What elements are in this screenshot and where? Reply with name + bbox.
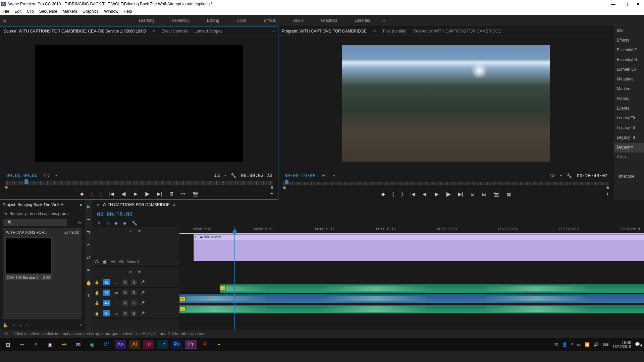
lock-icon[interactable]: 🔒: [94, 311, 100, 316]
ws-graphics[interactable]: Graphics: [312, 18, 346, 23]
premiere-icon[interactable]: Pr: [185, 340, 197, 349]
sync-lock-icon[interactable]: ▭: [128, 229, 133, 233]
timeline-settings-icon[interactable]: 🔧: [132, 221, 137, 226]
button-editor-icon[interactable]: +: [606, 191, 609, 197]
ws-effects[interactable]: Effects: [255, 18, 284, 23]
sync-lock-icon[interactable]: ▭: [114, 280, 119, 285]
razor-tool-icon[interactable]: ✂: [85, 241, 92, 248]
menu-markers[interactable]: Markers: [63, 9, 77, 14]
sync-lock-icon[interactable]: ▭: [114, 291, 119, 295]
panel-metadata[interactable]: Metadata: [614, 75, 644, 84]
menu-file[interactable]: File: [3, 9, 9, 14]
solo-button[interactable]: S: [131, 311, 137, 316]
toggle-output-icon[interactable]: 👁: [137, 229, 142, 233]
panel-legacy-title-2[interactable]: Legacy Tit: [614, 123, 644, 133]
tab-source[interactable]: Source: WITH CAPTIONS FOR CAMBRIDGE: CEA…: [4, 29, 146, 34]
source-timecode-in[interactable]: 00:00:00:06: [6, 173, 38, 178]
panel-essential-graphics[interactable]: Essential G: [614, 46, 644, 55]
close-tab-icon[interactable]: ×: [97, 202, 99, 207]
panel-blank[interactable]: [614, 162, 644, 172]
settings-icon[interactable]: 🔧: [231, 173, 236, 178]
program-zoom[interactable]: Fit: [320, 173, 329, 178]
explorer-icon[interactable]: 🗁: [58, 340, 70, 349]
source-monitor[interactable]: [0, 36, 278, 171]
ws-color[interactable]: Color: [228, 18, 255, 23]
menu-sequence[interactable]: Sequence: [39, 9, 57, 14]
step-back-icon[interactable]: ◀|: [121, 191, 126, 196]
mail-icon[interactable]: ✉: [72, 340, 84, 349]
tab-program[interactable]: Program: WITH CAPTIONS FOR CAMBRIDGE: [282, 29, 367, 34]
audio-clip-a1[interactable]: fx: [220, 284, 644, 293]
tab-effect-controls[interactable]: Effect Controls: [161, 29, 187, 34]
track-header-v1[interactable]: V1 🔒 V6 VS Video 5: [92, 256, 179, 267]
go-to-out-icon[interactable]: ▶|: [458, 191, 463, 197]
indesign-icon[interactable]: Id: [143, 340, 154, 349]
settings-icon[interactable]: 🔧: [567, 173, 572, 178]
sequence-name[interactable]: WITH CAPTIONS FOR CAMBRIDGE: [103, 202, 170, 207]
source-tab-menu-icon[interactable]: ≡: [152, 29, 155, 34]
panel-markers[interactable]: Markers: [614, 84, 644, 94]
lift-icon[interactable]: ⊟: [471, 191, 475, 197]
people-icon[interactable]: 👤: [562, 342, 567, 347]
panel-legacy-title-1[interactable]: Legacy Tit: [614, 114, 644, 123]
ws-editing[interactable]: Editing: [198, 18, 228, 23]
tray-expand-icon[interactable]: ^: [571, 342, 573, 347]
track-header-v-gap[interactable]: ▭ 👁: [92, 267, 179, 277]
mute-button[interactable]: M: [122, 311, 128, 316]
timeline-playhead[interactable]: [234, 227, 235, 330]
mute-button[interactable]: M: [122, 300, 128, 306]
type-tool-icon[interactable]: T: [85, 292, 92, 299]
timeline-ruler[interactable]: 00:00:19:00 00:00:19:06 00:00:19:12 00:0…: [179, 227, 644, 234]
panel-legacy-active[interactable]: Legacy ≡: [614, 143, 644, 153]
sticky-notes-icon[interactable]: ▪: [213, 340, 225, 349]
track-header-a3[interactable]: 🔒 A3 ▭ M S 🎤: [92, 298, 179, 308]
go-to-in-icon[interactable]: |◀: [109, 191, 114, 196]
lock-icon[interactable]: 🔒: [94, 291, 100, 295]
chevron-down-icon[interactable]: ▾: [333, 174, 335, 178]
sync-lock-icon[interactable]: ▭: [114, 301, 119, 305]
menu-edit[interactable]: Edit: [14, 9, 21, 14]
lock-icon[interactable]: 🔒: [94, 301, 100, 305]
voice-over-icon[interactable]: 🎤: [140, 311, 145, 316]
ws-libraries[interactable]: Libraries: [346, 18, 379, 23]
bin-item[interactable]: CEA-708 Service 12:23: [5, 237, 52, 280]
solo-button[interactable]: S: [131, 290, 137, 295]
panel-effects[interactable]: Effects: [614, 36, 644, 46]
chevron-down-icon[interactable]: ▾: [560, 174, 562, 178]
track-header-a1[interactable]: 🔒 A1 ▭ M S 🎤: [92, 277, 179, 288]
lock-icon[interactable]: 🔒: [94, 280, 100, 285]
source-resolution[interactable]: 1/2: [214, 173, 220, 178]
marker-icon[interactable]: ◆: [381, 191, 385, 197]
sync-lock-icon[interactable]: ▭: [114, 311, 119, 316]
extract-icon[interactable]: ⊞: [482, 191, 486, 197]
volume-icon[interactable]: 🔊: [594, 342, 599, 347]
toggle-output-icon[interactable]: 👁: [137, 270, 142, 274]
voice-over-icon[interactable]: 🎤: [140, 280, 145, 285]
task-view-icon[interactable]: ▭: [16, 340, 28, 349]
solo-button[interactable]: S: [131, 300, 137, 306]
sync-lock-icon[interactable]: ▭: [128, 270, 133, 274]
wifi-icon[interactable]: 📶: [585, 342, 590, 347]
panel-events[interactable]: Events: [614, 104, 644, 114]
menu-clip[interactable]: Clip: [27, 9, 34, 14]
list-view-icon[interactable]: ≡: [12, 323, 15, 327]
powerpoint-icon[interactable]: P: [199, 340, 211, 349]
voice-over-icon[interactable]: 🎤: [140, 301, 145, 305]
tab-title[interactable]: Title: (no title): [382, 29, 407, 34]
program-tab-menu-icon[interactable]: ≡: [373, 29, 376, 34]
taskbar-clock[interactable]: 16:40 13/12/2018: [612, 341, 631, 349]
new-bin-icon[interactable]: 🗁: [77, 220, 82, 225]
panel-lumetri-color[interactable]: Lumetri Co: [614, 65, 644, 75]
program-playhead[interactable]: [285, 180, 288, 184]
panel-legacy-title-3[interactable]: Legacy Tit: [614, 133, 644, 143]
comparison-view-icon[interactable]: ▦: [506, 191, 511, 197]
minimize-button[interactable]: —: [611, 1, 615, 7]
ws-audio[interactable]: Audio: [285, 18, 313, 23]
battery-icon[interactable]: ▭: [577, 342, 581, 347]
edge-icon[interactable]: e: [30, 340, 42, 349]
track-header-caption[interactable]: ▭ 👁: [92, 227, 179, 256]
sort-icon[interactable]: ≡: [80, 323, 82, 327]
word-icon[interactable]: W: [101, 340, 112, 349]
step-back-icon[interactable]: ◀|: [423, 191, 428, 197]
program-monitor[interactable]: [278, 36, 614, 171]
